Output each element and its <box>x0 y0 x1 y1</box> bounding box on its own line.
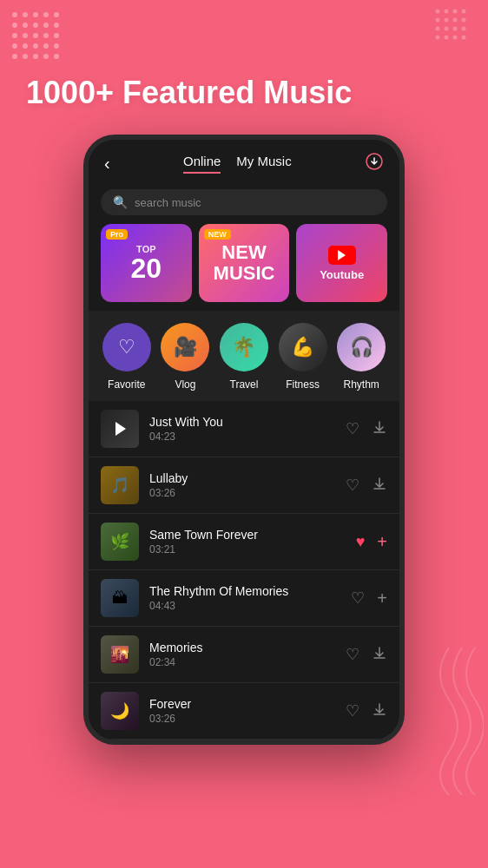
like-button-liked[interactable]: ♥ <box>356 533 366 551</box>
svg-point-14 <box>54 33 59 38</box>
song-title: Memories <box>149 641 335 654</box>
song-title: Just With You <box>149 415 335 429</box>
svg-point-4 <box>54 12 59 17</box>
svg-point-34 <box>445 27 449 31</box>
song-item[interactable]: 🌇 Memories 02:34 ♡ <box>89 627 399 683</box>
tab-online[interactable]: Online <box>183 154 221 174</box>
svg-point-8 <box>43 23 49 28</box>
svg-point-17 <box>33 43 38 49</box>
song-item[interactable]: Just With You 04:23 ♡ <box>89 401 399 457</box>
back-button[interactable]: ‹ <box>104 154 110 174</box>
add-button[interactable]: + <box>377 532 387 552</box>
song-item[interactable]: 🌿 Same Town Forever 03:21 ♥ + <box>89 514 399 570</box>
hero-title: 1000+ Featured Music <box>26 74 352 111</box>
svg-point-15 <box>12 43 17 49</box>
svg-point-10 <box>12 33 17 38</box>
song-duration: 03:26 <box>149 713 335 725</box>
svg-point-2 <box>33 12 38 17</box>
feature-card-youtube[interactable]: Youtube <box>296 224 387 302</box>
like-button[interactable]: ♡ <box>346 701 359 720</box>
svg-point-33 <box>436 27 440 31</box>
category-fitness-label: Fitness <box>286 378 320 391</box>
category-rhythm-label: Rhythm <box>344 378 379 391</box>
svg-point-25 <box>436 10 440 14</box>
search-placeholder-text: search music <box>135 196 201 209</box>
svg-point-24 <box>54 54 59 59</box>
feature-card-newmusic[interactable]: NEW NEW MUSIC <box>199 224 290 302</box>
svg-point-29 <box>436 18 440 23</box>
svg-point-21 <box>23 54 28 59</box>
category-vlog[interactable]: 🎥 Vlog <box>161 323 209 391</box>
like-button[interactable]: ♡ <box>346 476 359 495</box>
svg-point-1 <box>23 12 28 17</box>
newmusic-line1: NEW <box>214 242 275 263</box>
svg-point-16 <box>23 43 28 49</box>
youtube-content: Youtube <box>320 246 364 281</box>
category-travel-icon: 🌴 <box>220 323 268 372</box>
feature-cards: Pro TOP 20 NEW NEW MUSIC <box>89 224 399 311</box>
phone-mockup: ‹ Online My Music 🔍 search music Pro TOP… <box>83 135 405 745</box>
svg-point-28 <box>462 10 466 14</box>
song-duration: 03:26 <box>149 487 335 499</box>
feat-badge-pro: Pro <box>106 229 128 240</box>
top20-top-label: TOP <box>131 244 162 254</box>
svg-point-5 <box>12 23 17 28</box>
add-button[interactable]: + <box>377 589 387 608</box>
like-button[interactable]: ♡ <box>351 589 365 608</box>
svg-point-31 <box>453 18 458 23</box>
category-rhythm[interactable]: 🎧 Rhythm <box>337 323 386 391</box>
category-rhythm-icon: 🎧 <box>337 323 386 372</box>
song-thumbnail: 🌙 <box>101 692 139 730</box>
svg-point-22 <box>33 54 38 59</box>
svg-point-20 <box>12 54 17 59</box>
nav-tabs: Online My Music <box>183 154 292 174</box>
song-duration: 03:21 <box>149 543 346 556</box>
song-item[interactable]: 🏔 The Rhythm Of Memories 04:43 ♡ + <box>89 570 399 627</box>
song-info: Memories 02:34 <box>149 641 335 668</box>
category-fitness[interactable]: 💪 Fitness <box>279 323 327 391</box>
svg-point-35 <box>453 27 458 31</box>
svg-point-26 <box>445 10 449 14</box>
song-actions: ♡ <box>346 701 387 721</box>
download-button[interactable] <box>372 645 387 665</box>
song-thumbnail <box>101 410 139 448</box>
feature-card-top20[interactable]: Pro TOP 20 <box>101 224 192 302</box>
like-button[interactable]: ♡ <box>346 419 359 438</box>
feat-badge-new: NEW <box>204 229 231 240</box>
youtube-icon <box>328 246 356 265</box>
download-nav-icon[interactable] <box>365 152 384 175</box>
search-icon: 🔍 <box>113 195 128 209</box>
download-button[interactable] <box>372 419 387 439</box>
download-button[interactable] <box>372 701 387 721</box>
song-list: Just With You 04:23 ♡ 🎵 Lullaby 03:26 <box>89 401 399 740</box>
top20-number: 20 <box>131 254 162 282</box>
svg-point-38 <box>445 36 449 40</box>
category-travel-label: Travel <box>230 378 259 391</box>
song-title: Lullaby <box>149 471 335 485</box>
svg-point-37 <box>436 36 440 40</box>
song-duration: 04:43 <box>149 600 340 612</box>
category-fitness-icon: 💪 <box>279 323 327 372</box>
download-button[interactable] <box>372 476 387 496</box>
song-item[interactable]: 🎵 Lullaby 03:26 ♡ <box>89 457 399 514</box>
category-favorite[interactable]: ♡ Favorite <box>102 323 151 391</box>
song-info: Forever 03:26 <box>149 697 335 725</box>
song-thumbnail: 🎵 <box>101 466 139 504</box>
phone-nav: ‹ Online My Music <box>89 140 399 182</box>
bg-dots-topright <box>433 7 481 58</box>
tab-my-music[interactable]: My Music <box>236 154 291 174</box>
song-item[interactable]: 🌙 Forever 03:26 ♡ <box>89 683 399 740</box>
song-thumbnail: 🌿 <box>101 523 139 561</box>
category-vlog-label: Vlog <box>175 378 195 391</box>
like-button[interactable]: ♡ <box>346 645 359 664</box>
song-duration: 02:34 <box>149 656 335 668</box>
search-bar[interactable]: 🔍 search music <box>101 189 387 215</box>
svg-point-19 <box>54 43 59 49</box>
song-actions: ♥ + <box>356 532 387 552</box>
svg-point-32 <box>462 18 466 23</box>
svg-point-23 <box>43 54 49 59</box>
song-thumbnail: 🏔 <box>101 579 139 617</box>
bg-lines-bottomright <box>423 639 484 799</box>
category-travel[interactable]: 🌴 Travel <box>220 323 268 391</box>
song-title: Same Town Forever <box>149 528 346 542</box>
